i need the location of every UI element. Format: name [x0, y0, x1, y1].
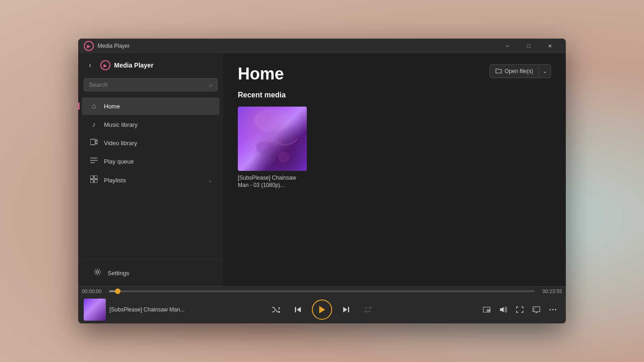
player-right-controls	[376, 302, 560, 317]
back-button[interactable]: ‹	[84, 59, 97, 72]
thumbnail-image	[238, 107, 307, 171]
titlebar: ▶ Media Player ─ □ ✕	[78, 39, 566, 53]
svg-rect-18	[487, 309, 490, 312]
svg-point-22	[550, 309, 551, 311]
now-playing-title: [SubsPlease] Chainsaw Man...	[109, 306, 184, 313]
media-item-name: [SubsPlease] Chainsaw Man - 03 (1080p)..…	[238, 175, 307, 189]
sidebar-item-play-queue[interactable]: Play queue	[82, 153, 219, 170]
fullscreen-button[interactable]	[512, 302, 527, 317]
media-thumbnail	[238, 107, 307, 171]
svg-rect-6	[90, 180, 93, 183]
settings-icon	[93, 268, 102, 277]
settings-label: Settings	[108, 270, 208, 277]
cast-button[interactable]	[529, 302, 544, 317]
sidebar-item-music-label: Music library	[104, 121, 212, 128]
open-files-chevron-button[interactable]: ⌄	[539, 66, 551, 77]
titlebar-left: ▶ Media Player	[84, 41, 497, 51]
playlists-icon	[89, 175, 98, 185]
video-icon	[89, 139, 98, 147]
sidebar-item-home-label: Home	[104, 103, 212, 110]
maximize-button[interactable]: □	[518, 39, 539, 53]
previous-button[interactable]	[290, 301, 306, 318]
home-icon: ⌂	[89, 102, 98, 110]
sidebar-bottom: Settings	[78, 259, 223, 286]
search-input[interactable]	[89, 81, 205, 88]
open-files-label: Open file(s)	[505, 68, 533, 74]
thumbnail-svg	[238, 107, 307, 171]
more-options-button[interactable]	[546, 302, 560, 317]
svg-marker-15	[343, 307, 347, 312]
folder-icon	[495, 68, 502, 75]
sidebar-item-music-library[interactable]: ♪ Music library	[82, 116, 219, 133]
svg-point-11	[278, 152, 289, 163]
svg-point-21	[534, 310, 535, 311]
sidebar-item-video-label: Video library	[104, 140, 212, 147]
search-container: ⌕	[78, 75, 223, 97]
queue-icon	[89, 157, 98, 165]
chevron-down-icon: ⌄	[543, 68, 547, 74]
main-body: Recent media	[223, 91, 566, 286]
media-grid: [SubsPlease] Chainsaw Man - 03 (1080p)..…	[238, 107, 551, 189]
sidebar-item-settings[interactable]: Settings	[86, 264, 216, 282]
minimize-button[interactable]: ─	[497, 39, 518, 53]
shuffle-button[interactable]	[268, 301, 284, 318]
titlebar-title: Media Player	[98, 43, 130, 49]
sidebar-header: ‹ ▶ Media Player	[78, 53, 223, 75]
open-files-button-group: Open file(s) ⌄	[489, 64, 551, 78]
svg-marker-19	[500, 307, 504, 312]
svg-point-9	[254, 109, 291, 132]
sidebar-item-playlists[interactable]: Playlists ⌄	[82, 171, 219, 189]
app-window: ▶ Media Player ─ □ ✕ ‹ ▶ Media Player	[78, 39, 566, 323]
search-box: ⌕	[84, 78, 218, 91]
play-pause-button[interactable]	[312, 300, 332, 320]
svg-point-10	[256, 141, 275, 155]
sidebar-app-icon: ▶	[100, 60, 110, 70]
time-end: 00:23:55	[537, 288, 562, 294]
svg-rect-13	[295, 307, 296, 312]
player-left: [SubsPlease] Chainsaw Man...	[84, 299, 268, 321]
content-area: ‹ ▶ Media Player ⌕ ⌂ Home ♪ Music librar…	[78, 53, 566, 286]
page-title: Home	[238, 64, 284, 84]
mini-player-button[interactable]	[479, 302, 494, 317]
sidebar-item-playlists-label: Playlists	[104, 177, 202, 184]
progress-thumb	[115, 288, 121, 294]
volume-button[interactable]	[496, 302, 511, 317]
svg-point-23	[552, 309, 554, 311]
progress-fill	[109, 290, 118, 292]
music-icon: ♪	[89, 120, 98, 129]
main-content: Home Open file(s) ⌄	[223, 53, 566, 286]
svg-point-8	[97, 271, 99, 273]
sidebar-app-title: Media Player	[114, 62, 154, 69]
repeat-button[interactable]	[360, 301, 376, 318]
player-controls: [SubsPlease] Chainsaw Man...	[78, 296, 566, 323]
sidebar-item-home[interactable]: ⌂ Home	[82, 97, 219, 115]
sidebar: ‹ ▶ Media Player ⌕ ⌂ Home ♪ Music librar…	[78, 53, 223, 286]
svg-marker-14	[319, 306, 325, 313]
open-files-button[interactable]: Open file(s)	[490, 65, 539, 78]
progress-bar-container: 00:00:00 00:23:55	[78, 287, 566, 296]
sidebar-item-video-library[interactable]: Video library	[82, 134, 219, 152]
svg-point-24	[555, 309, 557, 311]
chevron-down-icon: ⌄	[208, 177, 212, 183]
thumbnail-inner	[84, 299, 106, 321]
player-bar: 00:00:00 00:23:55 [SubsPlease] Chainsaw …	[78, 286, 566, 323]
list-item[interactable]: [SubsPlease] Chainsaw Man - 03 (1080p)..…	[238, 107, 307, 189]
app-icon: ▶	[84, 41, 94, 51]
now-playing-thumbnail	[84, 299, 106, 321]
time-start: 00:00:00	[82, 288, 107, 294]
main-header: Home Open file(s) ⌄	[223, 53, 566, 91]
sidebar-item-queue-label: Play queue	[104, 158, 212, 165]
svg-rect-7	[94, 180, 98, 183]
next-button[interactable]	[338, 301, 354, 318]
svg-rect-16	[348, 307, 350, 312]
close-button[interactable]: ✕	[539, 39, 560, 53]
svg-rect-4	[90, 175, 93, 179]
search-button[interactable]: ⌕	[209, 81, 213, 88]
svg-marker-12	[297, 307, 301, 312]
progress-track[interactable]	[109, 290, 535, 292]
titlebar-controls: ─ □ ✕	[497, 39, 560, 53]
svg-rect-5	[94, 175, 98, 179]
player-center-controls	[268, 300, 376, 320]
recent-media-title: Recent media	[238, 91, 551, 99]
svg-rect-0	[90, 139, 95, 145]
